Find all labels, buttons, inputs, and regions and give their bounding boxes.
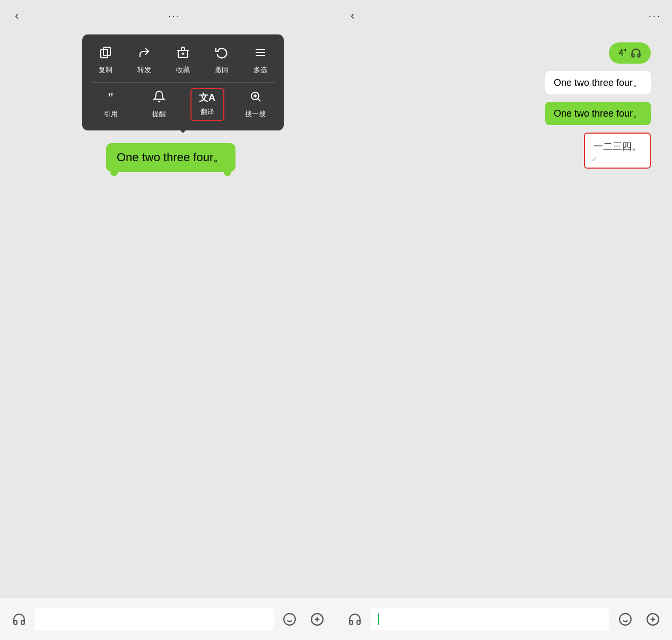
left-add-icon [310,612,324,626]
collect-icon [177,46,189,62]
copy-icon [99,46,112,62]
svg-line-9 [258,99,260,101]
menu-row-2: " 引用 提醒 文A 翻译 [86,85,280,124]
menu-item-revoke[interactable]: 撤回 [205,44,239,77]
right-green-bubble: One two three four。 [545,102,651,125]
right-white-bubble-text: One two three four。 [554,77,642,88]
translation-text: 一二三四。 [594,141,641,152]
left-add-button[interactable] [306,608,329,631]
menu-forward-label: 转发 [137,65,151,75]
menu-item-copy[interactable]: 复制 [89,44,123,77]
left-back-button[interactable]: ‹ [11,7,23,25]
right-more-dots[interactable]: ··· [649,11,661,22]
menu-quote-label: 引用 [104,109,118,119]
svg-rect-0 [103,47,110,56]
left-emoji-button[interactable] [278,608,301,631]
menu-item-quote[interactable]: " 引用 [94,88,128,121]
left-selected-bubble-area: One two three four。 [106,143,235,172]
menu-copy-label: 复制 [99,65,112,75]
left-text-input[interactable] [35,608,274,630]
menu-remind-label: 提醒 [152,109,166,119]
right-emoji-button[interactable] [614,608,637,631]
left-voice-icon [12,612,26,626]
menu-collect-label: 收藏 [176,65,190,75]
text-cursor [378,613,379,625]
menu-item-forward[interactable]: 转发 [127,44,161,77]
menu-translate-label: 翻译 [200,107,214,117]
menu-row-1: 复制 转发 收藏 [86,41,280,80]
bubble-handle-left [110,169,118,176]
menu-item-collect[interactable]: 收藏 [166,44,200,77]
menu-multiselect-label: 多选 [254,65,267,75]
right-green-bubble-text: One two three four。 [554,108,642,119]
menu-item-remind[interactable]: 提醒 [142,88,176,121]
menu-item-multiselect[interactable]: 多选 [243,44,277,77]
context-menu: 复制 转发 收藏 [82,34,284,130]
panel-divider [336,0,336,640]
voice-message: 4" [609,42,651,64]
multiselect-icon [254,46,267,62]
voice-wave-icon [631,48,641,58]
translation-check-icon: ✓ [591,155,598,163]
right-emoji-icon [618,612,632,626]
left-more-dots[interactable]: ··· [168,11,181,22]
left-top-bar: ‹ ··· [0,0,336,32]
menu-search-label: 搜一搜 [245,109,266,119]
svg-rect-1 [101,49,108,58]
translation-bubble: 一二三四。 ✓ [584,133,651,169]
right-text-display[interactable] [371,608,609,630]
right-top-bar: ‹ ··· [336,0,672,32]
menu-item-translate[interactable]: 文A 翻译 [190,88,224,121]
right-chat-messages: 4" One two three four。 One two three fou… [545,42,651,169]
right-input-bar [336,598,672,640]
right-voice-icon [348,612,362,626]
right-white-bubble: One two three four。 [545,71,651,94]
svg-point-18 [619,613,631,625]
right-back-button[interactable]: ‹ [346,7,359,25]
left-message-bubble: One two three four。 [106,143,235,172]
left-input-bar [0,598,336,640]
left-voice-button[interactable] [7,608,31,631]
voice-duration: 4" [618,48,626,58]
search-icon [249,90,262,106]
remind-icon [153,90,165,106]
translate-icon: 文A [199,91,215,104]
menu-divider [91,82,275,83]
svg-point-12 [284,613,295,625]
menu-revoke-label: 撤回 [215,65,229,75]
menu-item-search[interactable]: 搜一搜 [239,88,273,121]
quote-icon: " [108,90,114,106]
right-add-button[interactable] [641,608,665,631]
right-voice-button[interactable] [343,608,366,631]
left-emoji-icon [283,612,296,626]
left-bubble-text: One two three four。 [117,151,225,164]
forward-icon [138,46,151,62]
right-add-icon [646,612,660,626]
revoke-icon [215,46,228,62]
bubble-handle-right [224,169,231,176]
